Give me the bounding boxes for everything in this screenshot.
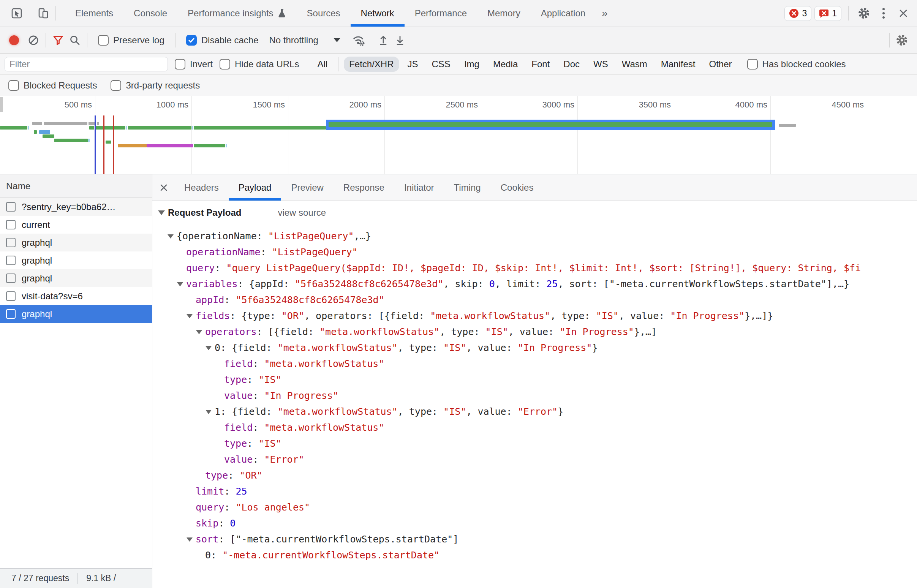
expand-triangle-icon[interactable] <box>168 228 177 244</box>
triangle-down-icon[interactable] <box>187 538 192 542</box>
expand-triangle-icon[interactable] <box>196 324 205 340</box>
checkbox[interactable] <box>220 59 230 69</box>
triangle-down-icon[interactable] <box>168 234 174 239</box>
detail-tab-timing[interactable]: Timing <box>444 174 491 200</box>
filter-type-wasm[interactable]: Wasm <box>617 57 652 72</box>
checkbox[interactable] <box>747 59 758 69</box>
filter-type-css[interactable]: CSS <box>426 57 456 72</box>
filter-type-ws[interactable]: WS <box>588 57 613 72</box>
filter-type-all[interactable]: All <box>312 57 333 72</box>
tab-performance-insights[interactable]: Performance insights <box>178 0 296 27</box>
request-row[interactable]: ?sentry_key=b0ba62… <box>0 198 152 216</box>
request-row[interactable]: current <box>0 216 152 234</box>
has-blocked-cookies-checkbox[interactable]: Has blocked cookies <box>747 59 846 69</box>
collapse-triangle-icon[interactable] <box>158 210 165 215</box>
request-row[interactable]: visit-data?sv=6 <box>0 287 152 305</box>
hide-data-urls-checkbox[interactable]: Hide data URLs <box>220 59 299 69</box>
search-icon[interactable] <box>66 31 83 49</box>
row-checkbox[interactable] <box>6 220 16 229</box>
expand-triangle-icon[interactable] <box>205 340 215 356</box>
blocked-requests-checkbox[interactable]: Blocked Requests <box>8 80 97 91</box>
detail-tab-payload[interactable]: Payload <box>229 174 281 200</box>
filter-type-media[interactable]: Media <box>488 57 523 72</box>
inspect-icon[interactable] <box>8 4 25 23</box>
checkbox[interactable] <box>8 80 19 91</box>
request-row[interactable]: graphql <box>0 305 152 323</box>
request-row[interactable]: graphql <box>0 269 152 287</box>
payload-tree-line[interactable]: sort: ["-meta.currentWorkflowSteps.start… <box>152 531 917 548</box>
expand-triangle-icon[interactable] <box>205 404 215 420</box>
filter-funnel-icon[interactable] <box>50 31 66 49</box>
row-checkbox[interactable] <box>6 256 16 265</box>
expand-triangle-icon[interactable] <box>187 531 195 548</box>
tab-sources[interactable]: Sources <box>297 0 350 27</box>
triangle-down-icon[interactable] <box>196 330 202 334</box>
filter-type-font[interactable]: Font <box>526 57 555 72</box>
invert-checkbox[interactable]: Invert <box>175 59 213 69</box>
request-row[interactable]: graphql <box>0 234 152 252</box>
more-tabs-chevron[interactable]: » <box>596 0 614 27</box>
detail-tab-cookies[interactable]: Cookies <box>491 174 544 200</box>
network-settings-gear-icon[interactable] <box>893 31 910 49</box>
row-checkbox[interactable] <box>6 202 16 212</box>
export-har-icon[interactable] <box>392 31 408 49</box>
triangle-down-icon[interactable] <box>177 282 183 286</box>
tab-performance[interactable]: Performance <box>405 0 477 27</box>
row-checkbox[interactable] <box>6 273 16 283</box>
issues-badge[interactable]: 1 <box>814 6 841 21</box>
filter-type-img[interactable]: Img <box>459 57 485 72</box>
close-icon[interactable] <box>895 4 912 23</box>
network-overview-timeline[interactable]: 500 ms1000 ms1500 ms2000 ms2500 ms3000 m… <box>0 96 917 174</box>
record-icon[interactable] <box>9 36 19 45</box>
throttling-select[interactable]: No throttling <box>269 35 318 45</box>
network-conditions-icon[interactable] <box>350 31 367 49</box>
tab-application[interactable]: Application <box>531 0 596 27</box>
name-column-header[interactable]: Name <box>0 174 152 198</box>
expand-triangle-icon[interactable] <box>187 308 195 324</box>
expand-triangle-icon[interactable] <box>177 276 186 292</box>
detail-tab-initiator[interactable]: Initiator <box>394 174 444 200</box>
close-detail-icon[interactable] <box>152 174 174 200</box>
request-row[interactable]: graphql <box>0 252 152 269</box>
row-checkbox[interactable] <box>6 238 16 247</box>
clear-icon[interactable] <box>25 31 42 49</box>
checkbox[interactable] <box>111 80 121 91</box>
device-toolbar-icon[interactable] <box>35 4 52 23</box>
filter-input[interactable] <box>5 57 168 71</box>
detail-tab-preview[interactable]: Preview <box>281 174 333 200</box>
third-party-requests-checkbox[interactable]: 3rd-party requests <box>111 80 200 91</box>
tab-memory[interactable]: Memory <box>477 0 531 27</box>
filter-type-other[interactable]: Other <box>704 57 737 72</box>
filter-type-fetch-xhr[interactable]: Fetch/XHR <box>344 57 399 72</box>
import-har-icon[interactable] <box>375 31 392 49</box>
row-checkbox[interactable] <box>6 291 16 301</box>
tab-console[interactable]: Console <box>123 0 178 27</box>
checkbox[interactable] <box>175 59 186 69</box>
payload-tree-line[interactable]: 0: {field: "meta.workflowStatus", type: … <box>152 340 917 356</box>
detail-tab-response[interactable]: Response <box>334 174 394 200</box>
preserve-log-checkbox[interactable]: Preserve log <box>98 35 165 45</box>
detail-tab-headers[interactable]: Headers <box>174 174 229 200</box>
tab-network[interactable]: Network <box>350 0 405 27</box>
payload-tree-line[interactable]: {operationName: "ListPageQuery",…} <box>152 228 917 244</box>
row-checkbox[interactable] <box>6 309 16 319</box>
tab-elements[interactable]: Elements <box>65 0 123 27</box>
filter-type-doc[interactable]: Doc <box>558 57 585 72</box>
checkbox-checked[interactable] <box>186 35 197 45</box>
triangle-down-icon[interactable] <box>187 314 192 318</box>
triangle-down-icon[interactable] <box>205 410 211 414</box>
view-source-link[interactable]: view source <box>278 207 326 218</box>
filter-type-js[interactable]: JS <box>402 57 423 72</box>
payload-tree-line[interactable]: variables: {appId: "5f6a352488cf8c626547… <box>152 276 917 292</box>
triangle-down-icon[interactable] <box>205 346 211 350</box>
filter-type-manifest[interactable]: Manifest <box>655 57 701 72</box>
payload-tree-line[interactable]: operators: [{field: "meta.workflowStatus… <box>152 324 917 340</box>
payload-tree-line[interactable]: 1: {field: "meta.workflowStatus", type: … <box>152 404 917 420</box>
settings-gear-icon[interactable] <box>856 4 872 23</box>
more-vert-icon[interactable] <box>875 4 892 23</box>
disable-cache-checkbox[interactable]: Disable cache <box>186 35 259 45</box>
payload-tree-line[interactable]: fields: {type: "OR", operators: [{field:… <box>152 308 917 324</box>
chevron-down-icon[interactable] <box>334 38 341 42</box>
checkbox[interactable] <box>98 35 109 45</box>
error-badge[interactable]: 3 <box>785 6 811 21</box>
